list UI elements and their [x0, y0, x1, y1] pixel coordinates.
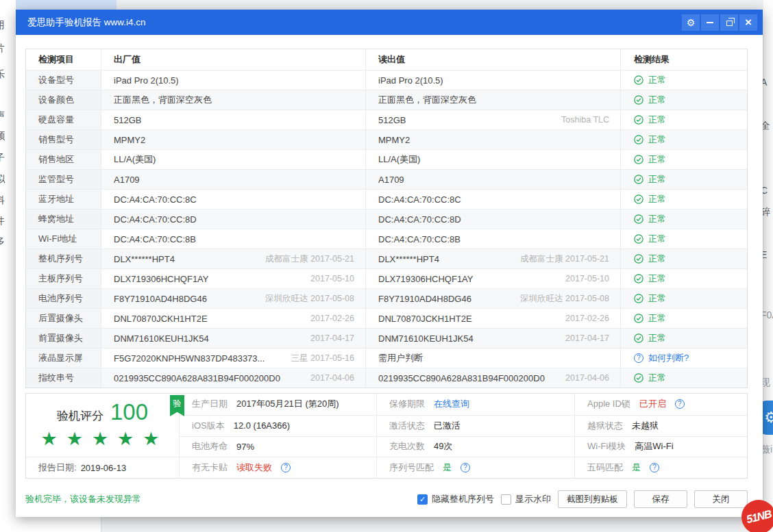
report-date-value: 2019-06-13	[81, 463, 127, 473]
show-watermark-checkbox[interactable]: 显示水印	[501, 493, 551, 505]
summary-value: 读取失败	[236, 461, 272, 474]
summary-label: 五码匹配	[587, 461, 623, 474]
result-normal-text: 正常	[648, 312, 666, 325]
background-text-fragment: 多	[0, 236, 5, 248]
footer-bar: 验机完毕，该设备未发现异常 ✓ 隐藏整机序列号 显示水印 截图到剪贴板 保存 关…	[25, 489, 748, 509]
summary-label: 越狱状态	[587, 420, 623, 432]
result-normal-text: 正常	[648, 253, 666, 265]
help-icon[interactable]: ?	[634, 353, 643, 363]
factory-value-cell: iPad Pro 2(10.5)	[101, 71, 366, 90]
window-title: 爱思助手验机报告 www.i4.cn	[27, 16, 682, 29]
table-row: 主板序列号DLX719306HCHQF1AY2017-05-10DLX71930…	[26, 268, 747, 288]
summary-value: 高温Wi-Fi	[635, 440, 673, 453]
result-normal-text: 正常	[648, 173, 666, 186]
result-normal-text: 正常	[648, 332, 666, 344]
background-text-fragment: 子	[0, 152, 5, 164]
read-value-cell: DNM71610KEUH1JK542017-04-17	[366, 329, 621, 348]
summary-value: 已开启	[639, 398, 666, 410]
table-row: 销售地区LL/A(美国)LL/A(美国)正常	[26, 149, 747, 169]
table-row: 液晶显示屏F5G72020KNPH5WN837DP483373...三星 201…	[26, 348, 747, 368]
status-message: 验机完毕，该设备未发现异常	[25, 493, 141, 505]
background-text-fragment: 声	[0, 110, 5, 122]
item-label: 销售地区	[26, 150, 101, 169]
window-controls: ⚙ ×	[682, 14, 757, 31]
table-row: 整机序列号DLX******HPT4成都富士康 2017-05-21DLX***…	[26, 249, 747, 268]
table-row: 蓝牙地址DC:A4:CA:70:CC:8CDC:A4:CA:70:CC:8C正常	[26, 189, 747, 209]
read-value-cell: DNL70870JCKH1HT2E2017-02-26	[366, 309, 621, 328]
background-text-fragment: 拟	[0, 173, 5, 186]
help-icon[interactable]: ?	[675, 399, 685, 409]
checkbox-unchecked-icon[interactable]	[501, 494, 511, 505]
item-label: 液晶显示屏	[26, 349, 101, 368]
table-row: 指纹串号0219935CC890A628A831B94F000200D02017…	[26, 368, 747, 388]
summary-value: 97%	[236, 442, 254, 452]
header-factory: 出厂值	[101, 49, 366, 70]
check-circle-icon	[634, 175, 643, 184]
check-circle-icon	[634, 254, 643, 264]
summary-label: 充电次数	[389, 440, 425, 453]
help-icon[interactable]: ?	[461, 463, 470, 472]
summary-label: 激活状态	[389, 420, 425, 432]
result-normal-text: 正常	[648, 74, 666, 86]
score-panel: 验机评分 100 ★★★★★ 验 报告日期: 2019-06-13	[26, 394, 180, 478]
table-header-row: 检测项目 出厂值 读出值 检测结果	[26, 49, 747, 70]
help-icon[interactable]: ?	[281, 463, 291, 472]
table-row: 后置摄像头DNL70870JCKH1HT2E2017-02-26DNL70870…	[26, 308, 747, 328]
result-normal-text: 正常	[648, 134, 666, 146]
checkbox-checked-icon[interactable]: ✓	[417, 494, 428, 505]
factory-value-cell: DC:A4:CA:70:CC:8D	[101, 210, 366, 229]
how-to-judge-link[interactable]: 如何判断?	[648, 352, 689, 364]
summary-value: 49次	[434, 440, 452, 453]
item-label: 电池序列号	[26, 289, 101, 308]
save-button[interactable]: 保存	[634, 490, 687, 508]
result-normal-text: 正常	[648, 292, 666, 305]
minimize-icon[interactable]	[701, 14, 719, 31]
summary-value: 2017年05月21日 (第20周)	[236, 398, 339, 410]
result-cell: 正常	[621, 134, 748, 146]
check-circle-icon	[634, 373, 643, 383]
factory-note: 深圳欣旺达 2017-05-08	[265, 293, 354, 305]
summary-label: Wi-Fi模块	[587, 440, 626, 453]
help-icon[interactable]: ?	[650, 463, 659, 472]
summary-label: Apple ID锁	[587, 398, 630, 410]
close-button[interactable]: 关闭	[694, 490, 748, 508]
summary-value: 12.0 (16A366)	[234, 420, 290, 431]
close-icon[interactable]: ×	[739, 14, 757, 31]
show-watermark-label: 显示水印	[515, 493, 551, 505]
screenshot-to-clipboard-button[interactable]: 截图到剪贴板	[558, 490, 627, 508]
read-value-cell: 需用户判断	[366, 349, 621, 368]
report-date-row: 报告日期: 2019-06-13	[26, 457, 179, 478]
factory-value-cell: F5G72020KNPH5WN837DP483373...三星 2017-05-…	[101, 349, 366, 368]
table-row: Wi-Fi地址DC:A4:CA:70:CC:8BDC:A4:CA:70:CC:8…	[26, 229, 747, 249]
score-value: 100	[110, 401, 148, 423]
factory-value-cell: MPMY2	[101, 130, 366, 149]
result-cell: 正常	[621, 273, 748, 285]
result-cell: 正常	[621, 173, 748, 186]
settings-icon[interactable]: ⚙	[682, 14, 700, 31]
read-value-cell: 正面黑色，背面深空灰色	[366, 90, 621, 110]
table-row: 蜂窝地址DC:A4:CA:70:CC:8DDC:A4:CA:70:CC:8D正常	[26, 209, 747, 229]
result-normal-text: 正常	[648, 94, 666, 106]
51nb-logo-watermark: 51NB	[741, 500, 773, 532]
result-cell: 正常	[621, 312, 748, 325]
hide-serial-checkbox[interactable]: ✓ 隐藏整机序列号	[417, 493, 494, 505]
factory-value-cell: 512GB	[101, 110, 366, 129]
factory-value-cell: F8Y71910AD4H8DG46深圳欣旺达 2017-05-08	[101, 289, 366, 308]
inspection-table: 检测项目 出厂值 读出值 检测结果 设备型号iPad Pro 2(10.5)iP…	[25, 49, 748, 388]
report-window: 爱思助手验机报告 www.i4.cn ⚙ × 检测项目 出厂值 读出值 检测结果…	[16, 10, 763, 517]
summary-label: 电池寿命	[192, 440, 228, 453]
read-value-cell: A1709	[366, 170, 621, 189]
result-normal-text: 正常	[648, 114, 666, 126]
item-label: 整机序列号	[26, 249, 101, 268]
background-bottom-panel	[0, 517, 101, 532]
check-circle-icon	[634, 155, 643, 164]
summary-value[interactable]: 在线查询	[434, 398, 469, 410]
check-circle-icon	[634, 294, 643, 303]
summary-panel: 验机评分 100 ★★★★★ 验 报告日期: 2019-06-13 生产日期20…	[25, 393, 748, 479]
factory-value-cell: DC:A4:CA:70:CC:8C	[101, 190, 366, 209]
read-value-cell: LL/A(美国)	[366, 150, 621, 169]
result-normal-text: 正常	[648, 233, 666, 245]
report-date-label: 报告日期:	[38, 461, 77, 474]
restore-icon[interactable]	[720, 14, 738, 31]
item-label: 销售型号	[26, 130, 101, 149]
